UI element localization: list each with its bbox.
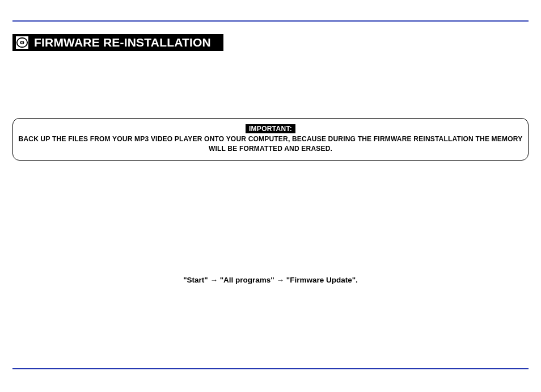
section-header: FIRMWARE RE-INSTALLATION [12, 34, 223, 51]
disc-icon [15, 35, 29, 50]
important-notice: IMPORTANT: BACK UP THE FILES FROM YOUR M… [12, 118, 529, 161]
bottom-rule [12, 368, 529, 369]
svg-point-3 [22, 42, 23, 43]
menu-path-hint: "Start" → "All programs" → "Firmware Upd… [0, 276, 541, 284]
notice-text: BACK UP THE FILES FROM YOUR MP3 VIDEO PL… [18, 134, 523, 154]
top-rule [12, 20, 529, 22]
section-title: FIRMWARE RE-INSTALLATION [34, 36, 211, 49]
important-label: IMPORTANT: [246, 124, 295, 133]
